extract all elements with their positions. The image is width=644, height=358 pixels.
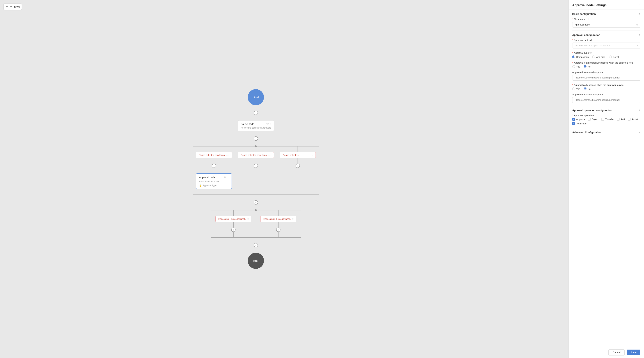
basic-config-chevron: ∧ [639,13,640,15]
checkbox-add[interactable]: Add [617,118,625,121]
checkbox-transfer[interactable]: Transfer [601,118,614,121]
add-in-sub-branch-1[interactable]: + [231,228,236,232]
approval-type-radio-group: Competition And sign Serial [572,55,640,58]
approver-config-section-header[interactable]: Approver configuration ∧ [572,30,640,39]
advanced-config-section-header[interactable]: Advanced Configuration ∧ [572,128,640,136]
close-conditional-2[interactable]: × [270,154,271,156]
auto-pass-field: * Approval is automatically passed when … [572,61,640,68]
approval-node-card[interactable]: Approval node ⧉ × Please add approver 🔒 … [196,174,232,189]
checkbox-terminate-box [572,122,575,125]
branch-2: Please enter the conditional ... × + [236,147,276,168]
conditional-node-4[interactable]: Please enter the conditional ... × [216,216,251,222]
zoom-controls: − + 100% [4,3,22,10]
radio-serial[interactable]: Serial [609,55,619,58]
approver-config-chevron: ∧ [639,34,640,36]
branch-3: Please enter th... × + [278,147,318,168]
panel-header: Approval node Settings × [569,0,644,10]
auto-leave-yes-circle [572,87,575,90]
checkbox-terminate[interactable]: Terminate [572,122,586,125]
add-in-branch-1[interactable]: + [212,164,216,168]
save-button[interactable]: Save [627,350,640,355]
auto-pass-yes-circle [572,65,575,68]
panel-body: Basic configuration ∧ * Node name ⓘ Appr… [569,10,644,347]
auto-pass-yes[interactable]: Yes [572,65,580,68]
panel-close-button[interactable]: × [638,3,640,7]
auto-leave-no-circle [584,87,586,90]
close-conditional-5[interactable]: × [292,218,294,220]
close-conditional-4[interactable]: × [248,218,249,220]
add-before-end[interactable]: + [254,243,258,247]
radio-and-sign-circle [592,55,595,58]
conditional-node-3[interactable]: Please enter th... × [280,152,316,158]
conditional-node-2[interactable]: Please enter the conditional ... × [238,152,274,158]
auto-pass-no-circle [584,65,586,68]
node-name-input[interactable]: Approval node ⊗ [572,22,640,28]
select-chevron-icon: ∨ [636,44,638,47]
canvas-area: − + 100% Start + Pause node ⓘ × No need … [0,0,568,358]
close-conditional-3[interactable]: × [312,154,313,156]
radio-serial-circle [609,55,612,58]
sub-branch-2: Please enter the conditional ... × + [258,210,298,237]
operation-checkbox-group: Approve Reject Transfer Add [572,118,640,121]
approver-operation-field: * Approver operation Approve Reject Tran… [572,114,640,125]
approval-method-field: * Approval method Please select the appr… [572,39,640,48]
appointed-personnel-2-input[interactable] [572,97,640,103]
auto-leave-no[interactable]: No [584,87,590,90]
checkbox-assist-box [628,118,630,121]
checkbox-add-box [617,118,620,121]
add-after-start[interactable]: + [254,111,258,115]
checkbox-assist[interactable]: Assist [628,118,638,121]
approval-method-select[interactable]: Please select the approval method ∨ [572,42,640,48]
zoom-level: 100% [14,5,20,8]
checkbox-reject[interactable]: Reject [588,118,598,121]
copy-icon[interactable]: ⧉ [224,176,226,179]
sub-branch-1: Please enter the conditional ... × + [214,210,253,237]
close-conditional-1[interactable]: × [228,154,229,156]
end-node[interactable]: End [248,253,264,269]
approval-type-field: * Approval Type ⓘ Competition And sign S… [572,51,640,58]
operation-config-section-header[interactable]: Approval operation configuration ∧ [572,106,640,114]
approval-type-info-icon: ⓘ [590,51,592,54]
start-node[interactable]: Start [248,89,264,105]
branch-1: Please enter the conditional ... × + App… [194,147,234,195]
auto-leave-yes[interactable]: Yes [572,87,580,90]
lock-icon: 🔒 [199,184,202,186]
conditional-node-1[interactable]: Please enter the conditional ... × [196,152,232,158]
panel-footer: Cancel Save [569,347,644,358]
checkbox-approve[interactable]: Approve [572,118,585,121]
radio-and-sign[interactable]: And sign [592,55,605,58]
cancel-button[interactable]: Cancel [608,349,624,356]
pause-node[interactable]: Pause node ⓘ × No need to configure appr… [238,121,274,131]
add-after-pause[interactable]: + [254,137,258,141]
add-in-sub-branch-2[interactable]: + [276,228,280,232]
appointed-personnel-2-field: Appointed personnel approval [572,93,640,103]
appointed-personnel-1-input[interactable] [572,75,640,81]
add-in-branch-3[interactable]: + [296,164,300,168]
checkbox-approve-box [572,118,575,121]
conditional-node-5[interactable]: Please enter the conditional ... × [260,216,296,222]
radio-competition-circle [572,55,575,58]
node-name-info-icon: ⓘ [587,17,589,21]
basic-config-section-header[interactable]: Basic configuration ∧ [572,10,640,17]
add-in-branch-2[interactable]: + [254,164,258,168]
auto-pass-radio-group: Yes No [572,65,640,68]
node-name-field: * Node name ⓘ Approval node ⊗ [572,17,640,28]
zoom-in-button[interactable]: + [10,5,12,9]
zoom-out-button[interactable]: − [6,5,8,9]
auto-leave-radio-group: Yes No [572,87,640,90]
close-pause-icon[interactable]: × [270,123,271,125]
close-approval-icon[interactable]: × [227,176,229,179]
checkbox-reject-box [588,118,590,121]
operation-config-chevron: ∧ [639,109,640,112]
right-panel: Approval node Settings × Basic configura… [568,0,644,358]
panel-title: Approval node Settings [572,3,606,7]
appointed-personnel-1-field: Appointed personnel approval [572,71,640,81]
add-between-branches[interactable]: + [254,200,258,205]
advanced-config-chevron: ∧ [639,131,640,134]
operation-checkbox-group-2: Terminate [572,122,640,125]
radio-competition[interactable]: Competition [572,55,589,58]
auto-leave-field: * Automatically passed when the approver… [572,83,640,90]
flow-diagram: Start + Pause node ⓘ × No need to config… [193,89,319,269]
node-name-clear-icon[interactable]: ⊗ [636,23,638,26]
auto-pass-no[interactable]: No [584,65,590,68]
